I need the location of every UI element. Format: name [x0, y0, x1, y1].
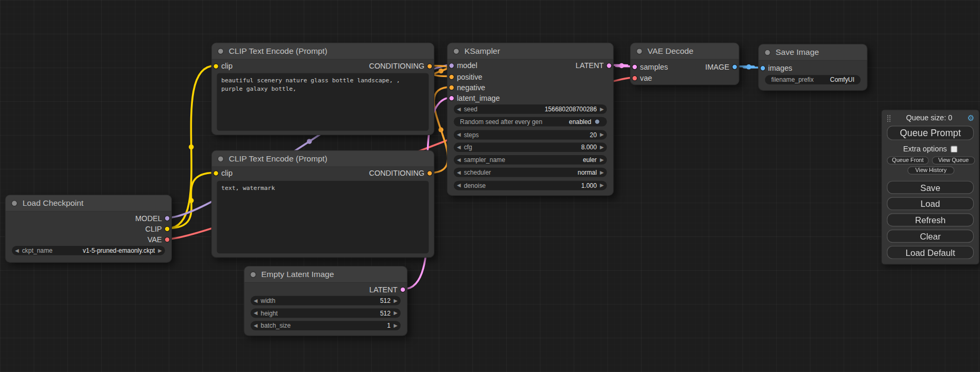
node-title-bar[interactable]: Empty Latent Image: [245, 266, 407, 283]
node-title-bar[interactable]: VAE Decode: [630, 43, 739, 60]
widget-label: seed: [464, 106, 478, 112]
filename-prefix-widget[interactable]: filename_prefix ComfyUI: [765, 75, 860, 84]
random-seed-widget[interactable]: Random seed after every gen enabled: [454, 117, 607, 127]
widget-label: denoise: [464, 182, 486, 189]
link-midpoint-dot: [189, 145, 193, 149]
toggle-icon[interactable]: [594, 119, 600, 125]
extra-options-checkbox[interactable]: [950, 146, 957, 152]
input-port-negative[interactable]: [449, 85, 454, 91]
node-title-bar[interactable]: KSampler: [448, 43, 613, 60]
increment-arrow-icon[interactable]: ▶: [597, 155, 607, 165]
ckpt-name-widget[interactable]: ◀ ckpt_name v1-5-pruned-emaonly.ckpt ▶: [12, 246, 165, 255]
increment-arrow-icon[interactable]: ▶: [391, 308, 401, 318]
output-port-latent[interactable]: [400, 287, 406, 293]
seed-widget[interactable]: ◀ seed 156680208700286 ▶: [454, 104, 607, 114]
node-title-text: CLIP Text Encode (Prompt): [229, 46, 327, 56]
input-port-clip[interactable]: [213, 63, 219, 69]
node-clip-text-encode-negative[interactable]: CLIP Text Encode (Prompt) clip CONDITION…: [211, 150, 434, 258]
decrement-arrow-icon[interactable]: ◀: [454, 130, 464, 140]
node-vae-decode[interactable]: VAE Decode samples vae IMAGE: [630, 43, 739, 85]
clear-button[interactable]: Clear: [887, 230, 974, 243]
node-status-dot-icon: [11, 200, 17, 206]
batch-size-widget[interactable]: ◀ batch_size 1 ▶: [250, 321, 401, 330]
increment-arrow-icon[interactable]: ▶: [597, 104, 607, 114]
input-label-model: model: [457, 61, 478, 70]
node-title-bar[interactable]: Save Image: [759, 44, 867, 61]
positive-prompt-textarea[interactable]: beautiful scenery nature glass bottle la…: [217, 73, 429, 131]
steps-widget[interactable]: ◀ steps 20 ▶: [454, 130, 607, 140]
decrement-arrow-icon[interactable]: ◀: [12, 246, 22, 255]
refresh-button[interactable]: Refresh: [887, 213, 974, 226]
node-load-checkpoint[interactable]: Load Checkpoint MODEL CLIP VAE ◀ ckpt_na…: [5, 195, 172, 263]
comfyui-viewport: Load Checkpoint MODEL CLIP VAE ◀ ckpt_na…: [0, 0, 980, 372]
output-label-model: MODEL: [135, 214, 162, 223]
output-label-conditioning: CONDITIONING: [369, 62, 424, 71]
extra-options-label: Extra options: [903, 145, 947, 154]
width-widget[interactable]: ◀ width 512 ▶: [250, 296, 401, 306]
node-clip-text-encode-positive[interactable]: CLIP Text Encode (Prompt) clip CONDITION…: [211, 43, 434, 135]
decrement-arrow-icon[interactable]: ◀: [250, 308, 260, 318]
input-port-latent-image[interactable]: [449, 96, 454, 101]
decrement-arrow-icon[interactable]: ◀: [454, 168, 464, 177]
input-port-images[interactable]: [760, 65, 766, 71]
increment-arrow-icon[interactable]: ▶: [597, 181, 607, 190]
denoise-widget[interactable]: ◀ denoise 1.000 ▶: [454, 181, 607, 190]
node-status-dot-icon: [250, 271, 256, 278]
node-title-bar[interactable]: Load Checkpoint: [6, 195, 171, 212]
output-port-image[interactable]: [732, 64, 738, 70]
output-port-clip[interactable]: [164, 226, 170, 232]
view-history-button[interactable]: View History: [907, 166, 954, 174]
output-label-clip: CLIP: [145, 225, 162, 234]
node-save-image[interactable]: Save Image images filename_prefix ComfyU…: [758, 44, 867, 91]
input-port-vae[interactable]: [632, 75, 638, 81]
output-port-conditioning[interactable]: [427, 63, 433, 69]
input-port-positive[interactable]: [449, 74, 454, 80]
decrement-arrow-icon[interactable]: ◀: [454, 181, 464, 190]
output-port-latent[interactable]: [606, 63, 612, 69]
input-port-model[interactable]: [449, 63, 454, 69]
input-port-clip[interactable]: [213, 170, 219, 176]
input-label-positive: positive: [457, 73, 482, 82]
increment-arrow-icon[interactable]: ▶: [155, 246, 165, 255]
queue-prompt-button[interactable]: Queue Prompt: [887, 126, 974, 140]
settings-gear-icon[interactable]: ⚙: [967, 113, 975, 121]
load-button[interactable]: Load: [887, 197, 974, 210]
increment-arrow-icon[interactable]: ▶: [391, 296, 401, 306]
widget-value: 1.000: [486, 182, 597, 189]
node-title-bar[interactable]: CLIP Text Encode (Prompt): [212, 43, 434, 60]
queue-front-button[interactable]: Queue Front: [887, 156, 928, 164]
widget-label: width: [261, 297, 276, 304]
increment-arrow-icon[interactable]: ▶: [597, 142, 607, 152]
node-empty-latent-image[interactable]: Empty Latent Image LATENT ◀ width 512 ▶ …: [244, 266, 407, 336]
widget-label: batch_size: [261, 322, 291, 329]
decrement-arrow-icon[interactable]: ◀: [454, 104, 464, 114]
height-widget[interactable]: ◀ height 512 ▶: [250, 308, 401, 318]
decrement-arrow-icon[interactable]: ◀: [454, 142, 464, 152]
increment-arrow-icon[interactable]: ▶: [597, 130, 607, 140]
save-button[interactable]: Save: [887, 181, 974, 194]
decrement-arrow-icon[interactable]: ◀: [454, 155, 464, 165]
cfg-widget[interactable]: ◀ cfg 8.000 ▶: [454, 142, 607, 152]
decrement-arrow-icon[interactable]: ◀: [250, 321, 260, 330]
increment-arrow-icon[interactable]: ▶: [597, 168, 607, 177]
widget-value: normal: [491, 169, 597, 176]
load-default-button[interactable]: Load Default: [887, 246, 974, 259]
widget-value: 1: [290, 322, 391, 329]
link-midpoint-dot: [439, 69, 443, 73]
node-ksampler[interactable]: KSampler model positive negative latent_…: [447, 43, 614, 196]
output-port-conditioning[interactable]: [427, 170, 433, 176]
widget-value: ComfyUI: [813, 77, 854, 83]
decrement-arrow-icon[interactable]: ◀: [250, 296, 260, 306]
input-port-samples[interactable]: [632, 64, 638, 70]
increment-arrow-icon[interactable]: ▶: [391, 321, 401, 330]
output-port-vae[interactable]: [164, 237, 170, 243]
scheduler-widget[interactable]: ◀ scheduler normal ▶: [454, 168, 607, 177]
output-port-model[interactable]: [164, 215, 170, 221]
sampler-name-widget[interactable]: ◀ sampler_name euler ▶: [454, 155, 607, 165]
view-queue-button[interactable]: View Queue: [932, 156, 975, 164]
link-midpoint-dot: [439, 127, 443, 132]
node-title-text: CLIP Text Encode (Prompt): [229, 154, 327, 164]
node-title-bar[interactable]: CLIP Text Encode (Prompt): [212, 151, 434, 167]
drag-handle-icon[interactable]: ⣿: [886, 113, 891, 121]
negative-prompt-textarea[interactable]: text, watermark: [217, 181, 429, 254]
